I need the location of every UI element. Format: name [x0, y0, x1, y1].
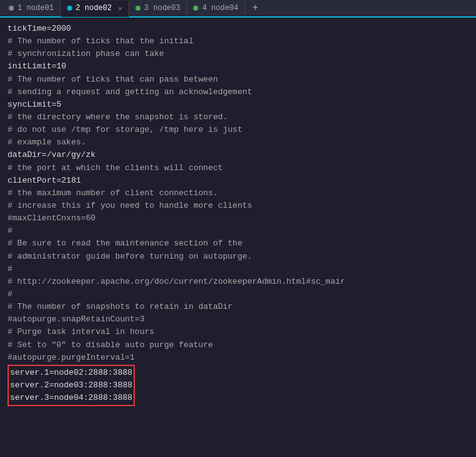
code-line: dataDir=/var/gy/zk [8, 150, 95, 159]
code-block: tickTime=2000 # The number of ticks that… [8, 23, 468, 406]
code-line: # The number of snapshots to retain in d… [8, 302, 233, 311]
server-line: server.1=node02:2888:3888 [10, 368, 132, 377]
code-line: # the port at which the clients will con… [8, 163, 223, 173]
tab-dot-4 [193, 6, 198, 11]
code-line: #autopurge.snapRetainCount=3 [8, 315, 144, 324]
content-area: tickTime=2000 # The number of ticks that… [0, 18, 476, 457]
tab-dot-1 [9, 6, 14, 11]
code-line: #maxClientCnxns=60 [8, 213, 95, 223]
tab-node03[interactable]: 3 node03 [129, 0, 188, 16]
code-line: # [8, 226, 13, 235]
code-line: # the directory where the snapshot is st… [8, 112, 228, 122]
code-line: # synchronization phase can take [8, 49, 164, 58]
tab-bar: 1 node01 2 node02 ✕ 3 node03 4 node04 + [0, 0, 476, 18]
code-line: # administrator guide before turning on … [8, 252, 252, 261]
server-line: server.2=node03:2888:3888 [10, 380, 132, 390]
code-line: #autopurge.purgeInterval=1 [8, 353, 135, 362]
server-lines-block: server.1=node02:2888:3888 server.2=node0… [8, 365, 135, 406]
code-line: # [8, 264, 13, 274]
code-line: # do not use /tmp for storage, /tmp here… [8, 125, 242, 134]
tab-dot-2 [67, 6, 72, 11]
code-line: # the maximum number of client connectio… [8, 188, 218, 198]
tab-label-4: 4 node04 [202, 4, 238, 13]
code-line: # sending a request and getting an ackno… [8, 87, 252, 97]
code-line: # [8, 289, 13, 299]
code-line: # example sakes. [8, 137, 86, 147]
add-tab-button[interactable]: + [248, 1, 263, 16]
code-line: clientPort=2181 [8, 176, 81, 185]
tab-dot-3 [135, 6, 140, 11]
tab-node02[interactable]: 2 node02 ✕ [61, 1, 129, 17]
code-line: initLimit=10 [8, 62, 66, 71]
code-line: # http://zookeeper.apache.org/doc/curren… [8, 277, 345, 286]
tab-node01[interactable]: 1 node01 [3, 0, 61, 16]
code-line: tickTime=2000 [8, 24, 71, 33]
code-line: syncLimit=5 [8, 100, 61, 109]
tab-node04[interactable]: 4 node04 [187, 0, 245, 16]
server-line: server.3=node04:2888:3888 [10, 393, 132, 402]
code-line: # Set to "0" to disable auto purge featu… [8, 340, 213, 350]
tab-label-3: 3 node03 [144, 4, 181, 13]
code-line: # The number of ticks that the initial [8, 36, 193, 46]
code-line: # Be sure to read the maintenance sectio… [8, 239, 242, 248]
close-icon[interactable]: ✕ [118, 4, 122, 13]
code-line: # The number of ticks that can pass betw… [8, 75, 218, 84]
code-line: # increase this if you need to handle mo… [8, 201, 252, 210]
tab-label-1: 1 node01 [18, 4, 54, 13]
tab-label-2: 2 node02 [76, 4, 112, 13]
code-line: # Purge task interval in hours [8, 327, 154, 336]
plus-icon: + [252, 3, 258, 14]
